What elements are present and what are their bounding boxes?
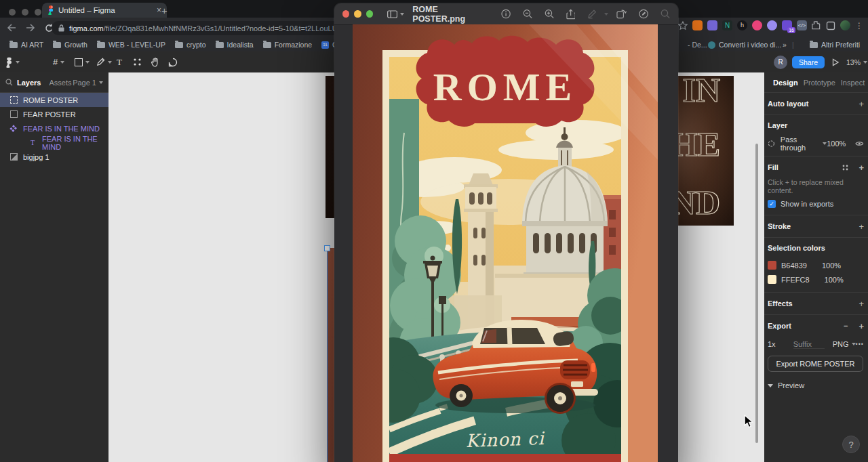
browser-tab[interactable]: Untitled – Figma × (42, 3, 167, 18)
add-fill-button[interactable]: + (859, 163, 864, 173)
new-tab-button[interactable]: + (161, 5, 167, 16)
remove-export-button[interactable]: − (844, 322, 848, 330)
color-swatch[interactable] (768, 261, 776, 270)
selection-color-row[interactable]: FFEFC8 100% (768, 272, 864, 292)
text-tool-button[interactable]: T (117, 51, 122, 72)
forward-icon[interactable] (26, 24, 35, 32)
window-minimize-button[interactable] (22, 9, 28, 16)
bookmark-item[interactable]: - De... (688, 41, 707, 49)
blend-mode-select[interactable]: Pass through (781, 135, 820, 152)
page-selector[interactable]: Page 1 (73, 79, 96, 87)
share-button[interactable]: Share (792, 56, 825, 68)
bookmarks-overflow-icon[interactable]: » (783, 41, 787, 49)
color-hex[interactable]: B64839 (781, 261, 807, 270)
bookmark-item[interactable]: WEB - LEVEL-UP (97, 41, 165, 49)
tab-design[interactable]: Design (773, 79, 798, 87)
back-icon[interactable] (7, 24, 16, 32)
close-button[interactable] (342, 10, 349, 18)
bookmark-item[interactable]: Formazione (263, 41, 312, 49)
zoom-in-icon[interactable] (545, 9, 554, 19)
zoom-out-icon[interactable] (523, 9, 532, 19)
user-avatar[interactable]: R (774, 56, 787, 69)
sidebar-toggle-icon[interactable] (387, 10, 397, 18)
layer-row-fear-poster[interactable]: FEAR POSTER (0, 107, 108, 121)
search-icon[interactable] (5, 79, 13, 86)
code-extension-icon[interactable]: </> (797, 20, 807, 30)
preview-window-titlebar[interactable]: ROME POSTER.png (334, 3, 678, 25)
selection-color-row[interactable]: B64839 100% (768, 258, 864, 272)
add-auto-layout-button[interactable]: + (859, 99, 864, 109)
annotate-icon[interactable] (639, 9, 648, 19)
pen-tool-button[interactable] (96, 51, 112, 72)
preview-section-header[interactable]: Preview (768, 379, 864, 392)
add-export-button[interactable]: + (859, 321, 864, 331)
window-close-button[interactable] (9, 9, 16, 16)
export-suffix-input[interactable]: Suffix (793, 340, 825, 349)
tab-assets[interactable]: Assets (49, 79, 71, 87)
show-in-exports-checkbox[interactable]: ✓ (768, 200, 776, 208)
selection-handle[interactable] (324, 245, 330, 251)
other-bookmarks-folder[interactable]: Altri Preferiti (810, 41, 860, 49)
styles-grid-icon[interactable] (842, 164, 849, 171)
window-extension-icon[interactable] (826, 21, 835, 30)
color-opacity[interactable]: 100% (822, 261, 841, 270)
figma-main-menu[interactable] (5, 51, 20, 72)
color-opacity[interactable]: 100% (825, 276, 844, 284)
preview-window[interactable]: ROME POSTER.png (334, 3, 678, 462)
bookmark-item[interactable]: Growth (53, 41, 87, 49)
zoom-level[interactable]: 13% (846, 58, 861, 66)
frame-tool-button[interactable]: # (53, 51, 64, 72)
layer-row-rome-poster[interactable]: ROME POSTER (0, 93, 108, 107)
key-icon[interactable] (752, 20, 762, 30)
hand-tool-button[interactable] (151, 51, 159, 72)
shape-tool-button[interactable] (75, 51, 90, 72)
badged-extension-icon[interactable]: 16 (782, 20, 792, 30)
resources-tool-button[interactable] (133, 51, 142, 72)
blend-mode-icon[interactable] (768, 140, 775, 148)
tab-inspect[interactable]: Inspect (841, 79, 865, 87)
menu-dots-icon[interactable]: ⋮ (855, 21, 864, 30)
extension-badge: 16 (787, 27, 795, 33)
tab-layers[interactable]: Layers (17, 79, 41, 87)
add-stroke-button[interactable]: + (859, 222, 864, 232)
rotate-icon[interactable] (616, 9, 627, 19)
layer-row-fear-text[interactable]: T FEAR IS IN THE MIND (0, 135, 108, 150)
ghost-wallet-icon[interactable] (767, 20, 777, 30)
dark-h-icon[interactable]: h (737, 20, 747, 30)
color-hex[interactable]: FFEFC8 (781, 276, 810, 284)
profile-avatar[interactable] (840, 20, 850, 30)
url-bar[interactable]: figma.com/file/ZOqa831eMwhNfNMRz3vGs1/Un… (52, 21, 347, 35)
teal-n-icon[interactable]: N (722, 20, 732, 30)
puzzle-icon[interactable] (812, 21, 821, 30)
layer-row-fear-component[interactable]: FEAR IS IN THE MIND (0, 121, 108, 135)
tab-prototype[interactable]: Prototype (804, 79, 835, 87)
eye-icon[interactable] (855, 140, 864, 147)
bookmark-star-icon[interactable] (678, 21, 688, 30)
bookmark-item[interactable]: AI ART (9, 41, 43, 49)
window-zoom-button[interactable] (35, 9, 41, 16)
purple-extension-icon[interactable] (707, 20, 717, 30)
bookmark-item[interactable]: Idealista (216, 41, 254, 49)
add-effect-button[interactable]: + (859, 299, 864, 309)
present-icon[interactable] (831, 58, 840, 66)
export-scale-select[interactable]: 1x (768, 340, 776, 348)
canvas-scrollbar[interactable] (755, 144, 758, 443)
fear-poster-left-edge[interactable] (326, 76, 334, 218)
layer-row-bigjpg[interactable]: bigjpg 1 (0, 150, 108, 164)
bookmark-item[interactable]: crypto (175, 41, 206, 49)
layer-opacity-input[interactable]: 100% (827, 140, 846, 148)
export-format-select[interactable]: PNG (833, 340, 849, 348)
minimize-button[interactable] (354, 10, 361, 18)
info-icon[interactable] (501, 9, 511, 19)
zoom-button[interactable] (366, 10, 373, 18)
tab-close-icon[interactable]: × (157, 5, 161, 15)
hand-icon (151, 58, 159, 67)
fox-wallet-icon[interactable] (692, 20, 703, 30)
comment-tool-button[interactable] (168, 51, 178, 72)
share-icon[interactable] (566, 9, 575, 20)
help-button[interactable]: ? (842, 436, 860, 453)
export-rome-poster-button[interactable]: Export ROME POSTER (768, 356, 863, 372)
color-swatch[interactable] (768, 275, 776, 284)
bookmark-item[interactable]: Converti i video di... (708, 41, 781, 49)
export-options-icon[interactable]: ••• (856, 341, 864, 348)
